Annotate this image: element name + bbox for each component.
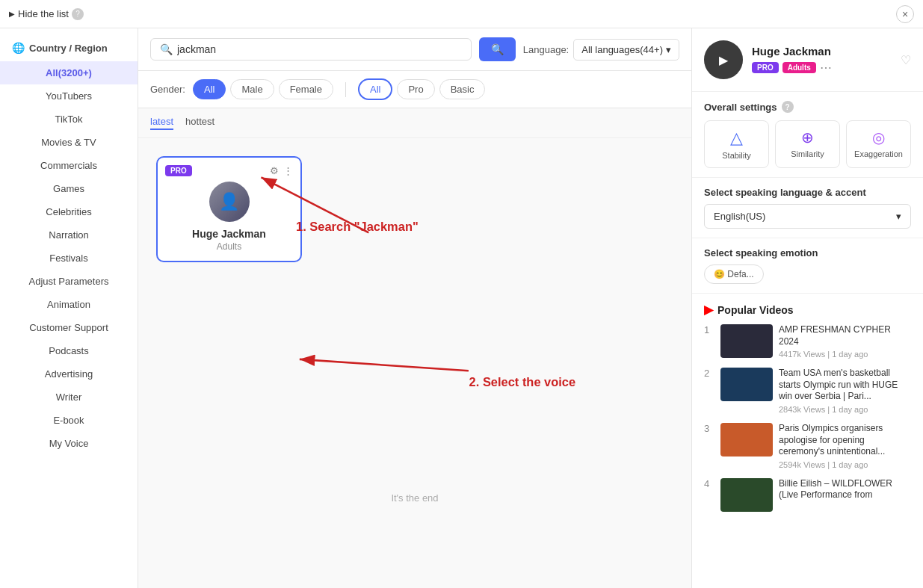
chevron-right-icon: ▶ bbox=[9, 10, 15, 18]
similarity-label: Similarity bbox=[791, 149, 824, 158]
youtube-icon: ▶ bbox=[704, 303, 713, 317]
right-panel: ▶ Huge Jackman PRO Adults ⋯ ♡ Overall se… bbox=[691, 28, 923, 588]
voice-header: ▶ Huge Jackman PRO Adults ⋯ ♡ bbox=[692, 28, 923, 92]
language-dropdown[interactable]: All languages(44+) ▾ bbox=[573, 39, 679, 61]
play-overlay[interactable]: ▶ bbox=[704, 40, 743, 79]
video-num-4: 4 bbox=[704, 478, 714, 489]
right-panel-voice-name: Huge Jackman bbox=[752, 45, 892, 58]
gender-label: Gender: bbox=[150, 84, 185, 95]
top-bar: ▶ Hide the list ? × bbox=[0, 0, 923, 28]
sidebar-item-ebook[interactable]: E-book bbox=[0, 409, 138, 432]
stability-icon: △ bbox=[730, 129, 743, 148]
video-meta-3: 2594k Views | 1 day ago bbox=[779, 460, 911, 469]
more-icon[interactable]: ⋮ bbox=[283, 165, 293, 176]
video-meta-2: 2843k Views | 1 day ago bbox=[779, 405, 911, 414]
svg-line-3 bbox=[300, 359, 469, 371]
search-button[interactable]: 🔍 bbox=[479, 37, 516, 61]
sidebar-item-narration[interactable]: Narration bbox=[0, 223, 138, 247]
sidebar-item-festivals[interactable]: Festivals bbox=[0, 247, 138, 270]
svg-text:1. Search "Jackman": 1. Search "Jackman" bbox=[296, 220, 419, 233]
settings-cards: △ Stability ⊕ Similarity ◎ Exaggeration bbox=[704, 120, 911, 168]
voice-card-name: Huge Jackman bbox=[167, 228, 291, 240]
overall-settings-title: Overall settings ? bbox=[704, 101, 911, 113]
language-accent-dropdown[interactable]: English(US) ▾ bbox=[704, 204, 911, 229]
hide-list-button[interactable]: ▶ Hide the list ? bbox=[9, 8, 84, 20]
sort-tabs: latest hottest bbox=[138, 108, 691, 138]
sidebar-item-commercials[interactable]: Commercials bbox=[0, 154, 138, 177]
favorite-icon[interactable]: ♡ bbox=[901, 53, 911, 67]
search-input[interactable] bbox=[177, 43, 462, 55]
video-title-2: Team USA men's basketball starts Olympic… bbox=[779, 368, 911, 403]
video-meta-1: 4417k Views | 1 day ago bbox=[779, 350, 911, 359]
exaggeration-card[interactable]: ◎ Exaggeration bbox=[846, 120, 911, 168]
sidebar-item-writer[interactable]: Writer bbox=[0, 386, 138, 409]
help-icon[interactable]: ? bbox=[72, 8, 84, 20]
language-label: Language: bbox=[523, 44, 569, 55]
emotion-section: Select speaking emotion 😊 Defa... bbox=[692, 238, 923, 294]
sidebar-item-animation[interactable]: Animation bbox=[0, 293, 138, 316]
language-select-wrap: Language: All languages(44+) ▾ bbox=[523, 39, 679, 61]
sidebar-item-tiktok[interactable]: TikTok bbox=[0, 108, 138, 131]
chevron-down-icon: ▾ bbox=[666, 44, 671, 55]
cards-area: PRO ⚙ ⋮ 👤 Huge Jackman Adults bbox=[138, 138, 691, 588]
video-item-2[interactable]: 2 Team USA men's basketball starts Olymp… bbox=[704, 368, 911, 414]
similarity-card[interactable]: ⊕ Similarity bbox=[775, 120, 840, 168]
sidebar-item-celebrities[interactable]: Celebrities bbox=[0, 200, 138, 223]
type-filter-group: All Pro Basic bbox=[358, 78, 485, 100]
video-item-3[interactable]: 3 Paris Olympics organisers apologise fo… bbox=[704, 423, 911, 469]
sidebar-item-games[interactable]: Games bbox=[0, 177, 138, 200]
gear-icon[interactable]: ⚙ bbox=[270, 165, 279, 176]
similarity-icon: ⊕ bbox=[801, 129, 814, 146]
video-item-4[interactable]: 4 Billie Eilish – WILDFLOWER (Live Perfo… bbox=[704, 478, 911, 512]
card-actions: ⚙ ⋮ bbox=[270, 165, 293, 176]
main-layout: 🌐 Country / Region All(3200+) YouTubers … bbox=[0, 28, 923, 588]
video-num-2: 2 bbox=[704, 368, 714, 379]
voice-card[interactable]: PRO ⚙ ⋮ 👤 Huge Jackman Adults bbox=[156, 156, 302, 262]
type-all-button[interactable]: All bbox=[358, 78, 392, 100]
hide-list-label: Hide the list bbox=[18, 8, 69, 19]
avatar-wrap: 👤 bbox=[167, 182, 291, 222]
sort-hottest[interactable]: hottest bbox=[185, 116, 214, 130]
settings-help-icon[interactable]: ? bbox=[782, 101, 794, 113]
right-panel-pro-badge: PRO bbox=[752, 62, 779, 73]
video-thumb-4 bbox=[720, 478, 773, 512]
language-section: Select speaking language & accent Englis… bbox=[692, 178, 923, 238]
video-info-3: Paris Olympics organisers apologise for … bbox=[779, 423, 911, 469]
sidebar-item-all[interactable]: All(3200+) bbox=[0, 61, 138, 84]
sidebar-item-country-region[interactable]: 🌐 Country / Region bbox=[0, 34, 138, 61]
sidebar-item-podcasts[interactable]: Podcasts bbox=[0, 339, 138, 362]
stability-card[interactable]: △ Stability bbox=[704, 120, 769, 168]
popular-videos-section: ▶ Popular Videos 1 AMP FRESHMAN CYPHER 2… bbox=[692, 294, 923, 530]
sidebar-item-my-voice[interactable]: My Voice bbox=[0, 432, 138, 455]
emotion-default-button[interactable]: 😊 Defa... bbox=[704, 264, 764, 284]
type-basic-button[interactable]: Basic bbox=[439, 79, 486, 99]
content-area: 🔍 🔍 Language: All languages(44+) ▾ Gende… bbox=[138, 28, 691, 588]
gender-all-button[interactable]: All bbox=[193, 79, 226, 99]
gender-male-button[interactable]: Male bbox=[230, 79, 274, 99]
video-num-3: 3 bbox=[704, 423, 714, 434]
sort-latest[interactable]: latest bbox=[150, 116, 173, 130]
stability-label: Stability bbox=[722, 151, 751, 160]
sidebar-item-youtubers[interactable]: YouTubers bbox=[0, 84, 138, 108]
video-item-1[interactable]: 1 AMP FRESHMAN CYPHER 2024 4417k Views |… bbox=[704, 324, 911, 359]
video-thumb-3 bbox=[720, 423, 773, 457]
sidebar-item-adjust-parameters[interactable]: Adjust Parameters bbox=[0, 270, 138, 293]
popular-videos-title: ▶ Popular Videos bbox=[704, 303, 911, 317]
gender-female-button[interactable]: Female bbox=[279, 79, 333, 99]
sidebar-item-customer-support[interactable]: Customer Support bbox=[0, 316, 138, 339]
sidebar-item-movies-tv[interactable]: Movies & TV bbox=[0, 131, 138, 154]
sidebar-item-advertising[interactable]: Advertising bbox=[0, 362, 138, 386]
close-button[interactable]: × bbox=[896, 5, 914, 23]
video-info-2: Team USA men's basketball starts Olympic… bbox=[779, 368, 911, 414]
pro-badge: PRO bbox=[165, 165, 192, 176]
exaggeration-icon: ◎ bbox=[872, 129, 885, 146]
avatar: 👤 bbox=[209, 182, 250, 222]
video-info-1: AMP FRESHMAN CYPHER 2024 4417k Views | 1… bbox=[779, 324, 911, 359]
right-panel-more-button[interactable]: ⋯ bbox=[820, 61, 832, 75]
type-pro-button[interactable]: Pro bbox=[397, 79, 434, 99]
filter-area: Gender: All Male Female All Pro Basic bbox=[138, 71, 691, 108]
right-panel-badges: PRO Adults ⋯ bbox=[752, 61, 892, 75]
search-input-wrap: 🔍 bbox=[150, 38, 472, 61]
video-num-1: 1 bbox=[704, 324, 714, 335]
video-info-4: Billie Eilish – WILDFLOWER (Live Perform… bbox=[779, 478, 911, 504]
